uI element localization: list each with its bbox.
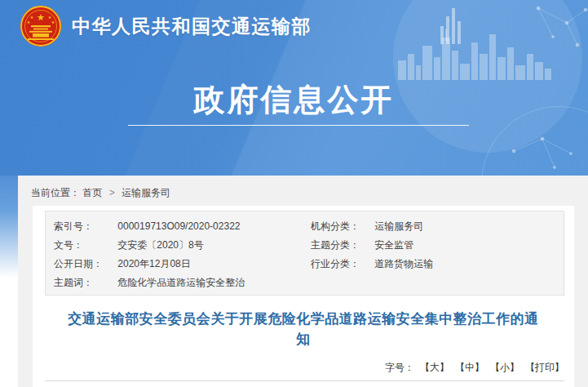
table-row: 索引号： 000019713O09/2020-02322 机构分类： 运输服务司 bbox=[46, 217, 564, 236]
meta-label-industry-category: 行业分类： bbox=[311, 255, 372, 274]
table-row: 主题词： 危险化学品道路运输安全整治 bbox=[46, 274, 564, 292]
banner: ★ ★ ★ ★ ★ 中华人民共和国交通运输部 政府信息公开 bbox=[0, 0, 588, 176]
breadcrumb-current-link[interactable]: 运输服务司 bbox=[122, 187, 170, 198]
meta-value-topic-category: 安全监管 bbox=[374, 239, 413, 251]
left-gutter-gradient bbox=[0, 176, 18, 278]
meta-label-keywords: 主题词： bbox=[54, 274, 115, 292]
page-title-underline bbox=[128, 125, 469, 126]
breadcrumb-home-link[interactable]: 首页 bbox=[82, 187, 102, 198]
site-title: 中华人民共和国交通运输部 bbox=[72, 14, 312, 39]
meta-label-topic-category: 主题分类： bbox=[311, 236, 372, 255]
font-size-large-button[interactable]: 【大】 bbox=[420, 362, 449, 373]
breadcrumb-label: 当前位置： bbox=[31, 187, 80, 198]
meta-value-doc-no: 交安委〔2020〕8号 bbox=[117, 239, 203, 251]
breadcrumb: 当前位置： 首页 > 运输服务司 bbox=[18, 176, 588, 200]
print-button[interactable]: 【打印】 bbox=[525, 362, 564, 373]
bar-decoration-icon bbox=[440, 5, 462, 44]
meta-label-publish-date: 公开日期： bbox=[54, 255, 115, 274]
article-title: 交通运输部安全委员会关于开展危险化学品道路运输安全集中整治工作的通知 bbox=[67, 309, 540, 349]
content-divider bbox=[45, 380, 564, 381]
svg-text:★: ★ bbox=[30, 15, 34, 20]
meta-value-index-no: 000019713O09/2020-02322 bbox=[117, 220, 240, 232]
font-size-label: 字号： bbox=[385, 362, 414, 373]
svg-text:★: ★ bbox=[51, 20, 55, 24]
breadcrumb-separator: > bbox=[109, 187, 115, 198]
site-brand: ★ ★ ★ ★ ★ 中华人民共和国交通运输部 bbox=[20, 5, 312, 47]
meta-label-org-category: 机构分类： bbox=[311, 217, 372, 236]
meta-value-keywords: 危险化学品道路运输安全整治 bbox=[117, 277, 245, 288]
meta-value-industry-category: 道路货物运输 bbox=[374, 258, 433, 269]
content-card: 索引号： 000019713O09/2020-02322 机构分类： 运输服务司… bbox=[33, 206, 574, 387]
page-title: 政府信息公开 bbox=[0, 79, 588, 121]
meta-value-publish-date: 2020年12月08日 bbox=[117, 258, 190, 269]
svg-text:★: ★ bbox=[27, 20, 31, 24]
table-row: 文号： 交安委〔2020〕8号 主题分类： 安全监管 bbox=[46, 236, 564, 255]
document-meta-table: 索引号： 000019713O09/2020-02322 机构分类： 运输服务司… bbox=[45, 211, 564, 296]
font-size-small-button[interactable]: 【小】 bbox=[490, 362, 519, 373]
national-emblem-icon: ★ ★ ★ ★ ★ bbox=[20, 5, 62, 47]
meta-label-doc-no: 文号： bbox=[54, 236, 115, 255]
table-row: 公开日期： 2020年12月08日 行业分类： 道路货物运输 bbox=[46, 255, 564, 274]
page-body: 当前位置： 首页 > 运输服务司 索引号： 000019713O09/2020-… bbox=[18, 176, 588, 387]
meta-label-index-no: 索引号： bbox=[54, 217, 115, 236]
meta-value-org-category: 运输服务司 bbox=[374, 220, 423, 232]
font-size-medium-button[interactable]: 【中】 bbox=[455, 362, 484, 373]
font-size-controls: 字号：【大】【中】【小】【打印】 bbox=[385, 361, 564, 375]
svg-text:★: ★ bbox=[37, 12, 45, 23]
